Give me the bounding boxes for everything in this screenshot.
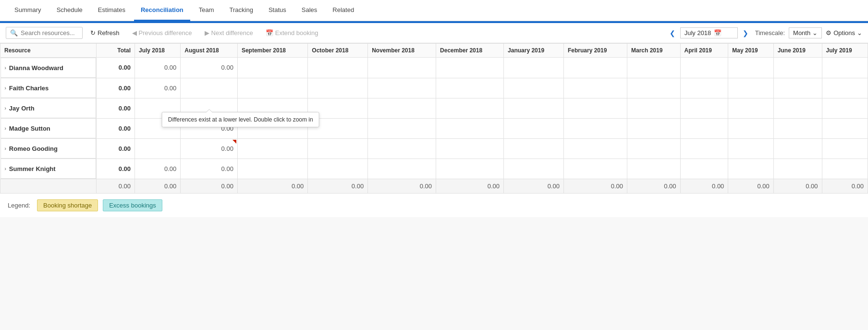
data-cell: [627, 138, 681, 159]
resource-name: Madge Sutton: [9, 125, 50, 132]
next-diff-label: Next difference: [211, 29, 253, 37]
col-sep2018: September 2018: [237, 44, 307, 58]
extend-booking-button[interactable]: 📅 Extend booking: [261, 27, 323, 39]
footer-total: 0.00: [97, 179, 135, 194]
nav-status[interactable]: Status: [262, 0, 293, 21]
data-cell: [728, 78, 773, 98]
timescale-label: Timescale:: [755, 29, 785, 37]
expand-icon[interactable]: ›: [5, 106, 6, 111]
footer-feb2019: 0.00: [563, 179, 627, 194]
nav-schedule[interactable]: Schedule: [50, 0, 89, 21]
data-cell: [680, 58, 728, 78]
table-row[interactable]: ›Summer Knight0.000.000.00: [0, 159, 868, 179]
data-cell: [822, 78, 868, 98]
data-cell: [773, 159, 822, 179]
expand-icon[interactable]: ›: [5, 65, 6, 71]
data-cell: [680, 138, 728, 159]
data-cell: [504, 138, 564, 159]
footer-row: 0.00 0.00 0.00 0.00 0.00 0.00 0.00 0.00 …: [0, 179, 868, 194]
grid-container: Resource Total July 2018 August 2018 Sep…: [0, 43, 868, 194]
data-cell: [627, 159, 681, 179]
expand-icon[interactable]: ›: [5, 126, 6, 131]
resource-name: Summer Knight: [9, 165, 56, 172]
data-cell: [728, 138, 773, 159]
options-button[interactable]: ⚙ Options ⌄: [826, 29, 862, 37]
search-input[interactable]: [21, 29, 78, 37]
expand-icon[interactable]: ›: [5, 146, 6, 151]
total-cell: 0.00: [97, 58, 135, 78]
table-row[interactable]: ›Jay Orth0.00Differences exist at a lowe…: [0, 98, 868, 118]
data-cell: [563, 78, 627, 98]
options-label: Options: [833, 29, 855, 37]
footer-aug2018: 0.00: [181, 179, 238, 194]
next-diff-button[interactable]: ▶ Next difference: [200, 27, 258, 39]
data-cell: [237, 138, 307, 159]
extend-booking-label: Extend booking: [275, 29, 318, 37]
footer-may2019: 0.00: [728, 179, 773, 194]
nav-team[interactable]: Team: [192, 0, 221, 21]
data-cell: [504, 58, 564, 78]
data-cell: [436, 118, 504, 138]
total-cell: 0.00: [97, 118, 135, 138]
table-row[interactable]: ›Romeo Gooding0.000.00: [0, 138, 868, 159]
toolbar: 🔍 ↻ Refresh ◀ Previous difference ▶ Next…: [0, 23, 868, 43]
table-row[interactable]: ›Madge Sutton0.000.00: [0, 118, 868, 138]
date-navigation: ❮ July 2018 📅 ❯: [667, 27, 751, 39]
nav-tracking[interactable]: Tracking: [223, 0, 260, 21]
total-cell: 0.00: [97, 138, 135, 159]
refresh-button[interactable]: ↻ Refresh: [86, 27, 124, 39]
col-jul2018: July 2018: [135, 44, 181, 58]
nav-estimates[interactable]: Estimates: [91, 0, 132, 21]
resource-cell: ›Romeo Gooding: [0, 138, 97, 159]
data-cell: [728, 159, 773, 179]
next-date-button[interactable]: ❯: [740, 27, 751, 39]
data-cell: [627, 58, 681, 78]
legend-shortage: Booking shortage: [37, 199, 98, 211]
col-jan2019: January 2019: [504, 44, 564, 58]
prev-date-button[interactable]: ❮: [667, 27, 678, 39]
timescale-select[interactable]: Month ⌄: [789, 27, 822, 38]
toolbar-right: ❮ July 2018 📅 ❯ Timescale: Month ⌄ ⚙ Opt…: [667, 27, 862, 39]
data-cell: [627, 118, 681, 138]
data-cell: [504, 118, 564, 138]
col-mar2019: March 2019: [627, 44, 681, 58]
prev-diff-button[interactable]: ◀ Previous difference: [127, 27, 197, 39]
gear-icon: ⚙: [826, 29, 831, 37]
search-icon: 🔍: [10, 29, 18, 37]
data-cell: [822, 98, 868, 118]
total-cell: 0.00: [97, 78, 135, 98]
table-row[interactable]: ›Faith Charles0.000.00: [0, 78, 868, 98]
data-cell[interactable]: Differences exist at a lower level. Doub…: [181, 98, 238, 118]
data-cell: [368, 58, 436, 78]
data-cell: [773, 58, 822, 78]
top-nav: Summary Schedule Estimates Reconciliatio…: [0, 0, 868, 21]
table-row[interactable]: ›Dianna Woodward0.000.000.00: [0, 58, 868, 78]
nav-summary[interactable]: Summary: [8, 0, 48, 21]
data-cell: [237, 58, 307, 78]
data-cell: [773, 78, 822, 98]
data-cell: [728, 98, 773, 118]
data-cell: [822, 58, 868, 78]
footer-nov2018: 0.00: [368, 179, 436, 194]
resource-cell: ›Faith Charles: [0, 78, 97, 98]
legend-excess: Excess bookings: [103, 199, 162, 211]
nav-related[interactable]: Related: [326, 0, 361, 21]
data-cell: [822, 118, 868, 138]
data-cell: [773, 138, 822, 159]
data-cell: [680, 98, 728, 118]
data-cell: [368, 159, 436, 179]
expand-icon[interactable]: ›: [5, 166, 6, 171]
refresh-icon: ↻: [90, 29, 96, 37]
chevron-down-icon: ⌄: [812, 29, 818, 37]
search-box[interactable]: 🔍: [6, 27, 83, 39]
resource-table: Resource Total July 2018 August 2018 Sep…: [0, 43, 868, 194]
date-input[interactable]: July 2018 📅: [680, 27, 738, 38]
data-cell: [368, 78, 436, 98]
nav-sales[interactable]: Sales: [295, 0, 324, 21]
nav-reconciliation[interactable]: Reconciliation: [134, 0, 190, 21]
col-dec2018: December 2018: [436, 44, 504, 58]
data-cell: 0.00: [181, 58, 238, 78]
refresh-label: Refresh: [98, 29, 120, 37]
expand-icon[interactable]: ›: [5, 86, 6, 91]
data-cell: [368, 98, 436, 118]
